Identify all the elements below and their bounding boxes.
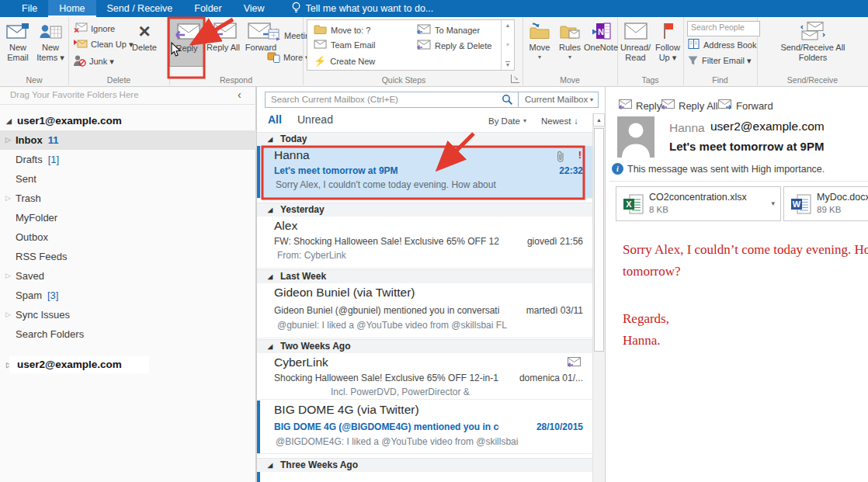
collapse-group-icon[interactable]: ◢ [268,133,273,146]
search-icon[interactable] [502,94,513,109]
chevron-down-icon[interactable]: ▾ [771,199,775,207]
move-button[interactable]: Move ▾ [524,17,555,67]
ribbon-group-new: New Email New Items ▾ New [0,17,69,85]
email-row-gideon[interactable]: Gideon Buniel (via Twitter) Gideon Bunie… [257,283,592,338]
tab-file[interactable]: File [11,0,48,17]
sidebar-item-saved[interactable]: ▷ Saved [0,266,256,286]
sidebar-item-sync-issues[interactable]: ▷ Sync Issues [0,305,256,324]
quick-step-create-new[interactable]: ⚡ Create New [314,55,375,67]
attachment-card-docx[interactable]: W MyDoc.docx 89 KB [783,186,868,221]
reply-all-link[interactable]: Reply All [660,99,718,113]
account2-header[interactable]: ▷ user2@example.com [0,355,256,374]
rules-button[interactable]: Rules ▾ [555,17,585,67]
message-body-line: tomorrow? [623,264,681,279]
info-icon: i [612,163,623,175]
attachment-card-xlsx[interactable]: X CO2concentration.xlsx 8 KB ▾ [616,186,781,221]
scroll-more-icon[interactable]: ▼ [505,61,511,68]
expand-arrow-icon[interactable]: ▷ [5,189,11,208]
scroll-up-button[interactable]: ▲ [593,113,605,127]
delete-button[interactable]: × Delete [124,17,165,67]
search-mailbox-input[interactable]: Search Current Mailbox (Ctrl+E) [265,92,519,108]
sidebar-item-inbox[interactable]: ▷ Inbox11 [0,130,256,150]
sidebar-item-rss-feeds[interactable]: RSS Feeds [0,247,256,266]
expand-arrow-icon[interactable]: ▷ [5,266,11,286]
favorites-drag-hint: Drag Your Favorite Folders Here [10,90,139,99]
collapse-pane-chevron[interactable]: ‹ [238,88,241,101]
send-receive-all-button[interactable]: Send/Receive All Folders [779,17,847,67]
tab-send-receive[interactable]: Send / Receive [96,0,184,17]
email-row-hanna[interactable]: Hanna ! Let's meet tomorrow at 9PM 22:32… [257,146,592,199]
list-scrollbar[interactable]: ▲ [592,113,605,482]
filter-tab-all[interactable]: All [268,113,282,126]
sidebar-item-myfolder[interactable]: MyFolder [0,208,256,227]
sort-direction-toggle[interactable]: Newest ↓ [541,116,578,126]
scroll-up-icon[interactable]: ▲ [505,23,511,28]
sort-direction-label: Newest [541,116,571,126]
onenote-label: OneNote [584,43,618,53]
onenote-button[interactable]: N OneNote [585,17,617,67]
tab-home[interactable]: Home [48,0,95,17]
follow-up-button[interactable]: Follow Up ▾ [653,17,682,67]
message-body-line: Hanna. [623,333,661,348]
sidebar-item-outbox[interactable]: Outbox [0,227,256,247]
group-header-three-weeks-ago[interactable]: ◢ Three Weeks Ago [257,458,592,472]
collapse-group-icon[interactable]: ◢ [268,270,273,283]
search-people-input[interactable]: Search People [687,21,760,36]
sidebar-item-trash[interactable]: ▷ Trash [0,189,256,208]
group-header-last-week[interactable]: ◢ Last Week [257,269,592,283]
collapse-group-icon[interactable]: ◢ [268,340,273,353]
email-row-alex[interactable]: Alex FW: Shocking Halloween Sale! Exclus… [257,217,592,269]
myfolder-label: MyFolder [16,208,57,227]
quick-step-reply-delete[interactable]: Reply & Delete [416,40,491,52]
collapse-group-icon[interactable]: ◢ [268,203,273,217]
high-importance-icon: ! [578,149,582,161]
group-header-today[interactable]: ◢ Today [257,132,592,146]
scrollbar-thumb[interactable] [594,128,604,352]
mailbox-scope-dropdown[interactable]: Current Mailbox ▾ [518,92,599,108]
email-date: 22:32 [559,165,583,176]
sort-by-dropdown[interactable]: By Date ▾ [488,116,526,126]
expand-arrow-icon[interactable]: ▷ [5,130,11,150]
junk-button[interactable]: Junk ▾ [73,54,114,68]
sidebar-item-drafts[interactable]: Drafts[1] [0,150,256,169]
account1-header[interactable]: ◢ user1@example.com [0,112,256,130]
expanded-triangle-icon[interactable]: ◢ [6,112,12,130]
quick-step-team-email[interactable]: Team Email [314,40,375,50]
sidebar-item-search-folders[interactable]: Search Folders [0,324,256,344]
tab-folder[interactable]: Folder [183,0,232,17]
email-row-big-dome[interactable]: BIG DOME 4G (via Twitter) BIG DOME 4G (@… [257,401,592,454]
reply-link[interactable]: Reply [617,99,661,113]
importance-note: This message was sent with High importan… [627,164,825,175]
filter-tab-unread[interactable]: Unread [297,113,333,126]
sidebar-item-sent[interactable]: Sent [0,169,256,189]
filter-email-button[interactable]: Filter Email ▾ [687,54,752,68]
envelope-icon [314,40,327,50]
new-items-button[interactable]: New Items ▾ [34,17,67,67]
address-book-button[interactable]: Address Book [687,38,756,51]
message-sender-name[interactable]: Hanna [669,121,705,135]
group-header-yesterday[interactable]: ◢ Yesterday [257,203,592,217]
scroll-down-icon[interactable]: ▼ [505,42,511,47]
expand-arrow-icon[interactable]: ▷ [5,305,11,324]
tell-me-box[interactable]: Tell me what you want to do... [283,0,442,17]
tab-view[interactable]: View [233,0,276,17]
message-sender-email[interactable]: user2@example.com [708,120,827,134]
quick-step-move-to[interactable]: Move to: ? [314,24,370,36]
ignore-button[interactable]: Ignore [73,22,115,35]
group-header-two-weeks-ago[interactable]: ◢ Two Weeks Ago [257,339,592,353]
mouse-cursor [170,42,182,61]
ribbon-group-move: Move ▾ Rules ▾ N OneNote Move [523,17,618,85]
email-row-partial[interactable] [257,472,592,482]
email-row-cyberlink[interactable]: CyberLink Shocking Halloween Sale! Exclu… [257,353,592,400]
lightbulb-icon [291,2,301,16]
sidebar-item-spam[interactable]: Spam[3] [0,286,256,305]
quick-step-to-manager[interactable]: To Manager [416,24,480,36]
new-email-button[interactable]: New Email [2,17,34,67]
rules-icon [560,21,580,41]
quick-steps-scroll[interactable]: ▲ ▼ ▼ [501,20,514,70]
unread-read-button[interactable]: Unread/ Read [618,17,653,67]
reply-all-button[interactable]: Reply All [205,17,241,67]
collapse-group-icon[interactable]: ◢ [268,459,273,472]
forward-link[interactable]: Forward [717,99,773,113]
quick-steps-dialog-launcher[interactable]: ↘ [511,75,519,83]
